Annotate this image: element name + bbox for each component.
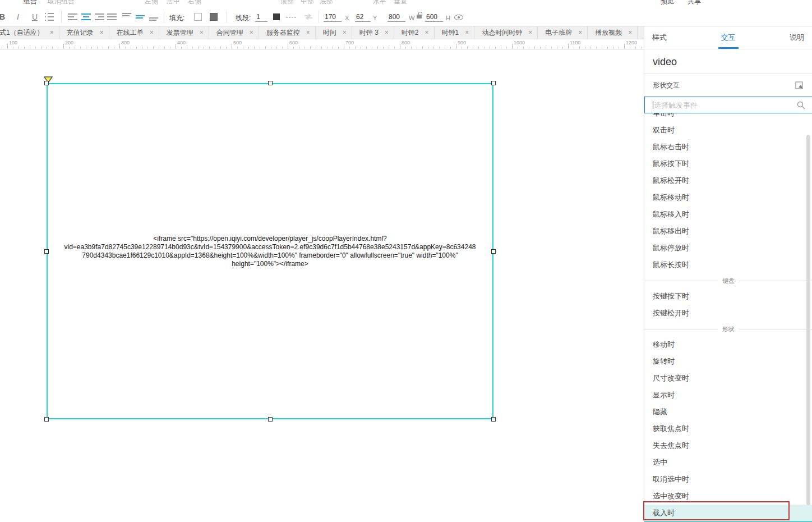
page-tab[interactable]: 电子班牌× xyxy=(538,26,588,39)
line-color-swatch[interactable] xyxy=(273,13,280,20)
event-item[interactable]: 双击时 xyxy=(644,122,812,139)
fill-color-swatch[interactable] xyxy=(210,13,218,21)
event-item[interactable]: 失去焦点时 xyxy=(644,437,812,454)
valign-bottom-icon[interactable] xyxy=(149,13,158,21)
tab-close-icon[interactable]: × xyxy=(528,29,532,36)
event-item[interactable]: 按键按下时 xyxy=(644,288,812,305)
event-item[interactable]: 鼠标停放时 xyxy=(644,240,812,257)
menubar-item[interactable]: 右侧 xyxy=(188,0,201,6)
menubar-item[interactable]: 垂直 xyxy=(394,0,407,6)
x-input[interactable] xyxy=(324,12,342,22)
widget-name[interactable]: video xyxy=(644,49,812,74)
event-item[interactable]: 选中改变时 xyxy=(644,488,812,505)
resize-handle[interactable] xyxy=(491,81,496,85)
resize-handle[interactable] xyxy=(44,81,49,85)
event-item[interactable]: 鼠标长按时 xyxy=(644,257,812,273)
trigger-event-search-input[interactable] xyxy=(645,97,812,113)
resize-handle[interactable] xyxy=(44,417,49,422)
align-justify-icon[interactable] xyxy=(107,13,117,20)
page-tab[interactable]: 合同管理× xyxy=(209,26,259,39)
menubar-item[interactable]: 居中 xyxy=(167,0,180,6)
event-item[interactable]: 获取焦点时 xyxy=(644,420,812,437)
select-widget-icon[interactable] xyxy=(795,81,804,90)
menubar-item[interactable]: 左侧 xyxy=(145,0,158,6)
tab-close-icon[interactable]: × xyxy=(425,29,429,36)
tab-close-icon[interactable]: × xyxy=(343,29,347,36)
event-item[interactable]: 隐藏 xyxy=(644,404,812,420)
page-tab[interactable]: 发票管理× xyxy=(159,26,209,39)
line-style-icon[interactable] xyxy=(286,16,296,19)
width-input[interactable] xyxy=(387,12,405,22)
arrow-style-icon[interactable] xyxy=(304,13,313,20)
valign-middle-icon[interactable] xyxy=(136,13,145,21)
tab-close-icon[interactable]: × xyxy=(50,29,54,36)
line-weight-input[interactable] xyxy=(255,12,267,22)
fill-none-swatch[interactable] xyxy=(194,13,202,21)
tab-close-icon[interactable]: × xyxy=(200,29,204,36)
align-left-icon[interactable] xyxy=(68,13,77,20)
menubar-item[interactable]: 组合 xyxy=(24,0,37,6)
event-item[interactable]: 鼠标移入时 xyxy=(644,206,812,223)
page-tab[interactable]: 播放视频× xyxy=(588,26,638,39)
event-item[interactable]: 选中 xyxy=(644,454,812,471)
page-tab[interactable]: 动态时间时钟× xyxy=(474,26,538,39)
event-item[interactable]: 载入时 xyxy=(644,505,812,521)
event-item[interactable]: 显示时 xyxy=(644,387,812,404)
event-item[interactable]: 移动时 xyxy=(644,336,812,353)
event-item[interactable]: 鼠标按下时 xyxy=(644,155,812,172)
event-item[interactable]: 鼠标移出时 xyxy=(644,223,812,240)
bullet-list-icon[interactable] xyxy=(45,13,54,21)
event-item[interactable]: 按键松开时 xyxy=(644,305,812,322)
tab-close-icon[interactable]: × xyxy=(250,29,253,36)
tab-close-icon[interactable]: × xyxy=(628,29,632,36)
dropdown-scrollbar[interactable] xyxy=(806,135,810,505)
menubar-item[interactable]: 预览 xyxy=(661,0,674,6)
menubar-item[interactable]: 底部 xyxy=(320,0,333,6)
resize-handle[interactable] xyxy=(268,417,273,422)
tab-notes[interactable]: 说明 xyxy=(790,33,804,43)
page-tab[interactable]: 时钟2× xyxy=(394,26,435,39)
tab-close-icon[interactable]: × xyxy=(578,29,582,36)
design-canvas[interactable]: <iframe src="https://open.iqiyi.com/deve… xyxy=(0,49,644,522)
align-right-icon[interactable] xyxy=(95,13,104,20)
fill-label: 填充: xyxy=(169,13,184,23)
page-tab[interactable]: 式1（自适应）× xyxy=(0,26,59,39)
menubar-item[interactable]: 水平 xyxy=(373,0,386,6)
visibility-eye-icon[interactable] xyxy=(454,15,463,20)
lock-ratio-icon[interactable] xyxy=(417,15,422,19)
height-input[interactable] xyxy=(425,12,443,22)
valign-top-icon[interactable] xyxy=(122,13,131,21)
tab-close-icon[interactable]: × xyxy=(150,29,154,36)
menubar-item[interactable]: 取消组合 xyxy=(48,0,75,6)
event-item[interactable]: 尺寸改变时 xyxy=(644,370,812,387)
menubar-item[interactable]: 顶部 xyxy=(280,0,294,6)
bold-button[interactable]: B xyxy=(0,12,8,22)
y-input[interactable] xyxy=(355,12,371,22)
tab-interaction[interactable]: 交互 xyxy=(721,33,736,43)
resize-handle[interactable] xyxy=(491,417,496,422)
page-tab[interactable]: 时间× xyxy=(316,26,352,39)
event-item[interactable]: 鼠标移动时 xyxy=(644,189,812,206)
menubar-item[interactable]: 共享 xyxy=(688,0,701,6)
event-item[interactable]: 取消选中时 xyxy=(644,471,812,488)
trigger-event-searchbox[interactable] xyxy=(644,97,812,113)
menubar-item[interactable]: 中部 xyxy=(301,0,314,6)
event-item[interactable]: 旋转时 xyxy=(644,353,812,370)
resize-handle[interactable] xyxy=(268,81,273,85)
tab-close-icon[interactable]: × xyxy=(100,29,104,36)
tab-style[interactable]: 样式 xyxy=(652,33,667,43)
page-tab[interactable]: 时钟1× xyxy=(435,26,475,39)
underline-button[interactable]: U xyxy=(29,12,40,22)
page-tab[interactable]: 在线工单× xyxy=(109,26,159,39)
italic-button[interactable]: I xyxy=(12,12,24,22)
tab-close-icon[interactable]: × xyxy=(306,29,310,36)
selected-video-widget[interactable]: <iframe src="https://open.iqiyi.com/deve… xyxy=(47,83,493,419)
page-tab[interactable]: 充值记录× xyxy=(59,26,109,39)
event-item[interactable]: 鼠标松开时 xyxy=(644,172,812,189)
tab-close-icon[interactable]: × xyxy=(465,29,469,36)
event-item[interactable]: 鼠标右击时 xyxy=(644,139,812,155)
align-center-icon[interactable] xyxy=(81,13,91,20)
page-tab[interactable]: 服务器监控× xyxy=(259,26,316,39)
page-tab[interactable]: 时钟 3× xyxy=(352,26,394,39)
tab-close-icon[interactable]: × xyxy=(385,29,389,36)
